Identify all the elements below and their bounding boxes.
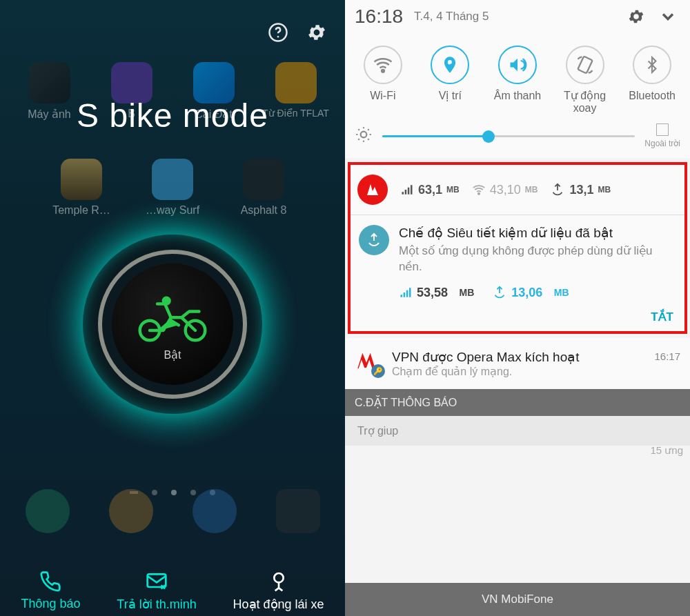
expand-chevron-icon[interactable] bbox=[656, 4, 680, 29]
stat-mobile: 63,1MB bbox=[400, 183, 460, 197]
notification-settings-link[interactable]: C.ĐẶT THÔNG BÁO bbox=[345, 389, 690, 416]
opera-max-icon bbox=[357, 175, 388, 205]
svg-point-1 bbox=[277, 36, 279, 38]
quick-toggles: Wi-Fi Vị trí Âm thanh Tự động xoay Bluet… bbox=[345, 33, 690, 118]
tab-smart-reply[interactable]: Trả lời th.minh bbox=[117, 570, 196, 612]
notification-title: VPN được Opera Max kích hoạt bbox=[392, 349, 644, 365]
stat-mobile-large: 53,58 MB bbox=[399, 285, 474, 300]
background-text: 15 ưng bbox=[650, 444, 683, 457]
tab-driving-activity[interactable]: Hoạt động lái xe bbox=[233, 570, 324, 612]
highlighted-notifications: 63,1MB 43,10MB 13,1MB Chế độ Siêu tiết k… bbox=[348, 162, 687, 334]
clock-date: T.4, 4 Tháng 5 bbox=[414, 10, 489, 23]
help-icon[interactable] bbox=[265, 19, 291, 46]
toggle-sound[interactable]: Âm thanh bbox=[486, 46, 549, 114]
bottom-tabs: Thông báo Trả lời th.minh Hoạt động lái … bbox=[0, 570, 345, 612]
settings-gear-icon[interactable] bbox=[304, 19, 330, 46]
svg-point-6 bbox=[274, 573, 283, 582]
toggle-bluetooth[interactable]: Bluetooth bbox=[621, 46, 683, 114]
brightness-icon bbox=[355, 126, 373, 146]
settings-gear-icon[interactable] bbox=[624, 4, 649, 29]
svg-rect-5 bbox=[148, 574, 166, 587]
dock-icon[interactable] bbox=[276, 489, 320, 533]
toggle-autorotate[interactable]: Tự động xoay bbox=[554, 46, 616, 114]
dock-icon[interactable] bbox=[109, 489, 153, 533]
svg-point-4 bbox=[162, 296, 171, 305]
opera-vpn-icon: 🔑 bbox=[355, 349, 382, 377]
auto-brightness-checkbox[interactable]: Ngoài trời bbox=[644, 123, 680, 148]
turn-off-button[interactable]: TẮT bbox=[351, 306, 684, 331]
motorcycle-icon bbox=[135, 288, 210, 343]
stat-wifi: 43,10MB bbox=[472, 183, 538, 197]
notification-title: Chế độ Siêu tiết kiệm dữ liệu đã bật bbox=[399, 225, 676, 241]
svg-point-7 bbox=[382, 70, 384, 72]
notification-subtitle: Một số ứng dụng không được phép dùng dữ … bbox=[399, 244, 676, 275]
data-summary-row[interactable]: 63,1MB 43,10MB 13,1MB bbox=[351, 165, 684, 215]
tab-notifications[interactable]: Thông báo bbox=[21, 570, 80, 612]
left-phone-screen: Máy ảnh B Cài Đặt Từ Điển TFLAT S bike m… bbox=[0, 0, 345, 616]
app-icon[interactable]: Temple R… bbox=[43, 159, 119, 217]
notification-subtitle: Chạm để quản lý mạng. bbox=[392, 365, 644, 378]
svg-point-10 bbox=[477, 193, 480, 195]
brightness-slider-row: Ngoài trời bbox=[345, 118, 690, 158]
dock-icon[interactable] bbox=[193, 489, 237, 533]
clock-time: 16:18 bbox=[355, 6, 403, 28]
toggle-location[interactable]: Vị trí bbox=[419, 46, 481, 114]
bike-mode-toggle-button[interactable]: Bật bbox=[69, 221, 276, 428]
notification-data-saver[interactable]: Chế độ Siêu tiết kiệm dữ liệu đã bật Một… bbox=[351, 215, 684, 306]
tab-label: Hoạt động lái xe bbox=[233, 597, 324, 612]
tab-label: Thông báo bbox=[21, 597, 80, 611]
tab-label: Trả lời th.minh bbox=[117, 597, 196, 612]
stat-saved: 13,1MB bbox=[550, 182, 611, 197]
page-title: S bike mode bbox=[0, 97, 345, 135]
notification-vpn[interactable]: 🔑 VPN được Opera Max kích hoạt Chạm để q… bbox=[345, 338, 690, 389]
right-phone-screen: 16:18 T.4, 4 Tháng 5 Wi-Fi Vị trí Âm tha… bbox=[345, 0, 690, 616]
stat-saved-large: 13,06 MB bbox=[492, 285, 569, 300]
svg-rect-8 bbox=[578, 57, 593, 74]
quick-settings-header: 16:18 T.4, 4 Tháng 5 bbox=[345, 0, 690, 33]
brightness-slider[interactable] bbox=[382, 128, 635, 144]
notification-time: 16:17 bbox=[654, 350, 680, 362]
data-saver-icon bbox=[359, 225, 389, 255]
svg-point-9 bbox=[361, 132, 367, 138]
home-dock bbox=[0, 489, 345, 533]
dock-icon[interactable] bbox=[26, 489, 70, 533]
app-icon[interactable]: Asphalt 8 bbox=[226, 159, 302, 217]
toggle-label: Bật bbox=[164, 348, 181, 361]
carrier-label: VN MobiFone bbox=[345, 583, 690, 616]
background-text: Trợ giup bbox=[345, 416, 690, 446]
toggle-wifi[interactable]: Wi-Fi bbox=[352, 46, 414, 114]
